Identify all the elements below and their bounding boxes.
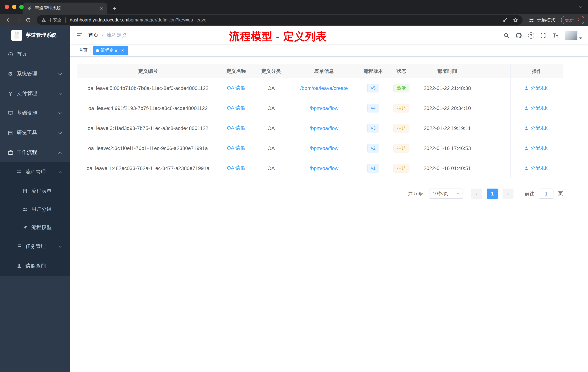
update-chip[interactable]: 更新 ⋮ xyxy=(561,16,584,24)
definition-name-link[interactable]: OA 请假 xyxy=(227,165,246,171)
flag-icon xyxy=(16,244,22,249)
deploy-time-cell: 2022-01-22 19:19:11 xyxy=(416,118,479,138)
sidebar-item-process-model[interactable]: 流程模型 xyxy=(0,219,70,237)
form-link[interactable]: /bpm/oa/flow xyxy=(310,165,338,171)
tab-close-icon[interactable]: × xyxy=(99,5,104,11)
browser-tab[interactable]: 芋道管理系统 × xyxy=(22,2,107,14)
hamburger-icon[interactable] xyxy=(70,32,88,39)
spacer xyxy=(479,98,510,118)
next-page-button[interactable]: › xyxy=(503,188,514,199)
paper-plane-icon xyxy=(22,225,28,230)
sidebar-item-leave-query[interactable]: 请假查询 xyxy=(0,256,70,276)
sidebar-item-payment[interactable]: ¥ 支付管理 xyxy=(0,84,70,103)
sidebar-item-label: 请假查询 xyxy=(25,263,63,269)
prev-page-button[interactable]: ‹ xyxy=(471,188,482,199)
url-text[interactable]: dashboard.yudao.iocoder.cn/bpm/manager/d… xyxy=(70,17,497,22)
security-label: 不安全 xyxy=(48,17,62,23)
sidebar-item-infrastructure[interactable]: 基础设施 xyxy=(0,103,70,123)
status-badge: 挂起 xyxy=(393,144,410,153)
assign-rule-button[interactable]: 分配规则 xyxy=(524,145,549,152)
sidebar: 芋道管理系统 首页 ⚙ 系统管理 ¥ 支付管理 基础设施 xyxy=(0,26,70,372)
sidebar-item-devtools[interactable]: 研发工具 xyxy=(0,123,70,143)
definition-id-cell: oa_leave:3:1fad3d93-7b75-11ec-a3c8-acde4… xyxy=(77,118,219,138)
chevron-down-icon xyxy=(58,131,62,134)
url-divider xyxy=(65,17,66,22)
chevron-down-icon xyxy=(58,111,62,114)
document-icon xyxy=(22,188,28,194)
font-size-icon[interactable] xyxy=(552,32,559,39)
page-size-select[interactable]: 10条/页 xyxy=(429,188,463,199)
bookmark-star-icon[interactable] xyxy=(513,17,518,23)
annotation-overlay: 流程模型 - 定义列表 xyxy=(229,30,327,44)
security-warning-icon[interactable] xyxy=(41,17,46,22)
sidebar-item-home[interactable]: 首页 xyxy=(0,44,70,64)
back-button[interactable] xyxy=(4,15,13,25)
chevron-down-icon xyxy=(58,91,62,95)
page-number-button[interactable]: 1 xyxy=(487,188,498,199)
sidebar-item-process-form[interactable]: 流程表单 xyxy=(0,182,70,200)
help-icon[interactable]: ? xyxy=(528,32,534,38)
fullscreen-icon[interactable] xyxy=(540,32,546,38)
reload-button[interactable] xyxy=(23,15,33,25)
assign-rule-button[interactable]: 分配规则 xyxy=(524,125,549,131)
table-header: 定义编号 定义名称 定义分类 表单信息 流程版本 状态 部署时间 操作 xyxy=(77,65,563,78)
definition-id-cell: oa_leave:2:3c1f0ef1-76b1-11ec-9c66-a2380… xyxy=(77,138,219,158)
assign-rule-button[interactable]: 分配规则 xyxy=(524,85,549,91)
address-bar[interactable]: 不安全 dashboard.yudao.iocoder.cn/bpm/manag… xyxy=(37,15,523,25)
new-tab-button[interactable] xyxy=(112,6,117,11)
breadcrumb-home[interactable]: 首页 xyxy=(88,32,99,39)
sidebar-item-task-management[interactable]: 任务管理 xyxy=(0,237,70,256)
key-icon[interactable] xyxy=(502,17,508,23)
chevron-up-icon xyxy=(58,171,62,175)
definition-name-link[interactable]: OA 请假 xyxy=(227,105,246,111)
sidebar-item-label: 用户分组 xyxy=(31,206,63,213)
tab-search-icon[interactable] xyxy=(578,5,583,10)
pagination: 共 5 条 10条/页 ‹ 1 › 前往 页 xyxy=(77,188,563,199)
column-header: 定义分类 xyxy=(254,65,288,78)
url-path: /bpm/manager/definition?key=oa_leave xyxy=(127,17,206,22)
zoom-window-button[interactable] xyxy=(19,5,24,9)
github-icon[interactable] xyxy=(515,32,522,39)
search-icon[interactable] xyxy=(503,32,509,38)
screen: 芋道管理系统 × 不安全 dashboard.yudao.iocoder.cn/… xyxy=(0,0,588,372)
breadcrumb-current: 流程定义 xyxy=(106,32,127,39)
form-link[interactable]: /bpm/oa/leave/create xyxy=(300,85,348,91)
browser-toolbar: 不安全 dashboard.yudao.iocoder.cn/bpm/manag… xyxy=(0,14,588,26)
minimize-window-button[interactable] xyxy=(12,5,16,9)
definition-name-link[interactable]: OA 请假 xyxy=(227,145,246,152)
spacer xyxy=(479,158,510,178)
form-link[interactable]: /bpm/oa/flow xyxy=(310,145,338,151)
assign-rule-button[interactable]: 分配规则 xyxy=(524,165,549,171)
definition-name-link[interactable]: OA 请假 xyxy=(227,85,246,91)
sidebar-item-system[interactable]: ⚙ 系统管理 xyxy=(0,64,70,84)
chevron-down-icon xyxy=(58,244,62,248)
sidebar-item-workflow[interactable]: 工作流程 xyxy=(0,143,70,162)
page-size-value: 10条/页 xyxy=(433,191,448,197)
sidebar-item-user-group[interactable]: 用户分组 xyxy=(0,200,70,219)
tag-process-definition[interactable]: 流程定义 × xyxy=(93,46,128,55)
close-window-button[interactable] xyxy=(5,5,9,9)
assign-rule-button[interactable]: 分配规则 xyxy=(524,105,549,111)
form-link[interactable]: /bpm/oa/flow xyxy=(310,105,338,111)
spacer xyxy=(479,65,510,78)
browser-menu-icon[interactable]: ⋮ xyxy=(576,17,581,23)
forward-button[interactable] xyxy=(13,15,23,25)
tag-home[interactable]: 首页 xyxy=(76,46,91,55)
status-badge: 挂起 xyxy=(393,124,410,132)
sidebar-item-process-management[interactable]: 流程管理 xyxy=(0,162,70,182)
goto-page-input[interactable] xyxy=(539,188,554,199)
table-row: oa_leave:2:3c1f0ef1-76b1-11ec-9c66-a2380… xyxy=(77,138,563,158)
status-badge: 激活 xyxy=(393,84,410,92)
page-unit: 页 xyxy=(558,190,563,197)
version-badge: v4 xyxy=(367,104,379,112)
tag-close-icon[interactable]: × xyxy=(120,48,125,53)
person-icon xyxy=(524,106,529,110)
category-cell: OA xyxy=(254,98,288,118)
user-menu[interactable] xyxy=(565,30,582,40)
workflow-submenu: 流程管理 流程表单 用户分组 流程模型 任务管理 xyxy=(0,162,70,276)
sidebar-logo[interactable]: 芋道管理系统 xyxy=(0,26,70,44)
version-badge: v5 xyxy=(367,84,379,92)
active-dot xyxy=(96,49,99,52)
definition-name-link[interactable]: OA 请假 xyxy=(227,125,246,131)
form-link[interactable]: /bpm/oa/flow xyxy=(310,125,338,131)
